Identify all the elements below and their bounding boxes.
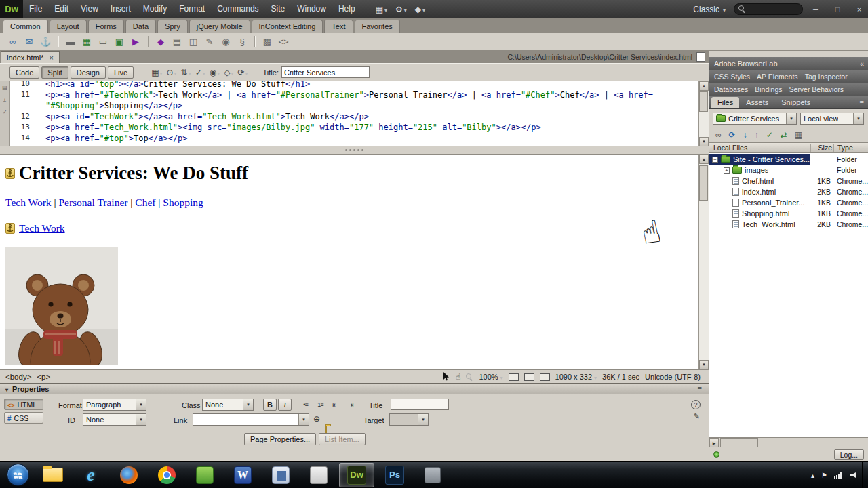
extend-dreamweaver-icon[interactable]: ⚙ <box>393 5 409 14</box>
title-attr-input[interactable] <box>391 399 449 410</box>
insert-tab-data[interactable]: Data <box>125 20 156 33</box>
tray-expand-icon[interactable]: ▴ <box>811 472 814 479</box>
select-tool-icon[interactable] <box>443 372 450 382</box>
windows-explorer[interactable] <box>35 463 71 487</box>
scroll-thumb[interactable] <box>699 165 708 201</box>
scroll-down-icon[interactable] <box>699 137 709 146</box>
search-box[interactable] <box>734 3 803 15</box>
file-status-icon[interactable] <box>696 52 705 62</box>
scroll-thumb[interactable] <box>699 92 708 112</box>
menu-window[interactable]: Window <box>291 0 332 18</box>
email-link-icon[interactable]: ✉ <box>22 35 37 48</box>
indent-icon[interactable] <box>343 399 357 411</box>
panel-tag-inspector[interactable]: Tag Inspector <box>805 73 848 81</box>
browserlab-panel[interactable]: Adobe BrowserLab <box>709 57 868 70</box>
collapse-tag-icon[interactable]: ± <box>3 97 6 103</box>
column-type[interactable]: Type <box>833 144 868 152</box>
expand-panel-icon[interactable]: ▦ <box>795 130 802 140</box>
expander-icon[interactable]: + <box>724 167 730 174</box>
code-editor[interactable]: <h1><a id="top"></a>Critter Services: We… <box>33 81 698 144</box>
split-view-button[interactable]: Split <box>41 66 68 79</box>
restore-button[interactable]: □ <box>829 3 846 16</box>
menu-help[interactable]: Help <box>332 0 361 18</box>
refresh-design-icon[interactable]: ⟳ <box>237 68 248 77</box>
chrome[interactable] <box>149 463 184 487</box>
horizontal-rule-icon[interactable]: ▬ <box>63 35 78 48</box>
utility-app[interactable] <box>415 463 450 487</box>
file-management-icon[interactable]: ⇅ <box>181 68 191 77</box>
search-input[interactable] <box>749 5 797 14</box>
named-anchor-marker-icon[interactable] <box>5 223 15 234</box>
design-view-button[interactable]: Design <box>71 66 106 79</box>
insert-tab-favorites[interactable]: Favorites <box>355 20 400 33</box>
zoom-level-select[interactable]: 100% <box>479 373 502 381</box>
show-desktop-button[interactable] <box>862 462 868 488</box>
insert-tab-spry[interactable]: Spry <box>157 20 188 33</box>
insert-tab-common[interactable]: Common <box>3 20 48 33</box>
panel-css-styles[interactable]: CSS Styles <box>714 73 750 81</box>
italic-button[interactable]: I <box>278 399 292 411</box>
tab-snippets[interactable]: Snippets <box>775 97 816 108</box>
file-row-images[interactable]: +imagesFolder <box>709 165 868 176</box>
format-select[interactable]: Paragraph <box>83 399 146 411</box>
code-view[interactable]: 1011 121314 <h1><a id="top"></a>Critter … <box>0 81 709 146</box>
split-view-divider[interactable] <box>0 146 709 155</box>
tab-assets[interactable]: Assets <box>740 97 774 108</box>
outdent-icon[interactable] <box>328 399 342 411</box>
window-size-preset-icon[interactable] <box>509 373 519 381</box>
visual-aids-icon[interactable]: ◇ <box>224 68 233 77</box>
w3c-validation-icon[interactable]: ✓ <box>195 68 205 77</box>
column-local-files[interactable]: Local Files <box>709 144 810 152</box>
insert-tab-jquery-mobile[interactable]: jQuery Mobile <box>189 20 250 33</box>
minimize-button[interactable]: ─ <box>807 3 825 16</box>
named-anchor-marker-icon[interactable] <box>5 168 15 179</box>
files-scrollbar[interactable] <box>709 437 868 448</box>
start-button[interactable] <box>3 462 33 488</box>
templates-icon[interactable]: ▩ <box>260 35 275 48</box>
insert-tab-text[interactable]: Text <box>324 20 353 33</box>
menu-view[interactable]: View <box>75 0 104 18</box>
insert-tab-incontext-editing[interactable]: InContext Editing <box>252 20 323 33</box>
bold-button[interactable]: B <box>263 399 277 411</box>
browser-compat-icon[interactable]: ◉ <box>210 68 220 77</box>
menu-site[interactable]: Site <box>265 0 292 18</box>
close-tab-icon[interactable]: × <box>49 54 53 62</box>
head-icon[interactable]: ◉ <box>218 35 233 48</box>
window-size-select[interactable]: 1090 x 332 <box>555 373 597 381</box>
site-select[interactable]: Critter Services <box>713 113 797 125</box>
tag-selector-body[interactable]: <body> <box>5 373 31 381</box>
action-center-icon[interactable]: ⚑ <box>821 472 827 479</box>
file-row-site-critter-services[interactable]: −Site - Critter Services...Folder <box>709 154 868 165</box>
word[interactable]: W <box>225 463 260 487</box>
volume-icon[interactable] <box>850 472 859 479</box>
scroll-down-icon[interactable] <box>699 360 709 369</box>
quick-tag-editor-icon[interactable] <box>694 412 700 421</box>
panel-server-behaviors[interactable]: Server Behaviors <box>789 85 844 94</box>
expander-icon[interactable]: − <box>712 157 718 163</box>
design-link-tech-work-section[interactable]: Tech Work <box>19 222 65 235</box>
design-link-shopping[interactable]: Shopping <box>163 197 203 209</box>
named-anchor-icon[interactable]: ⚓ <box>38 35 53 48</box>
insert-div-icon[interactable]: ▭ <box>96 35 111 48</box>
file-row-personal-trainer[interactable]: Personal_Trainer...1KBChrome... <box>709 197 868 208</box>
image-icon[interactable]: ▣ <box>112 35 127 48</box>
network-icon[interactable] <box>834 472 843 479</box>
file-row-tech-work-html[interactable]: Tech_Work.html2KBChrome... <box>709 219 868 230</box>
insert-tab-forms[interactable]: Forms <box>88 20 124 33</box>
connect-icon[interactable]: ∞ <box>715 130 722 140</box>
menu-commands[interactable]: Commands <box>211 0 264 18</box>
multiscreen-preview-icon[interactable]: ▦ <box>151 68 162 77</box>
dreamweaver[interactable]: Dw <box>339 463 374 487</box>
menu-file[interactable]: File <box>23 0 48 18</box>
file-row-chef-html[interactable]: Chef.html1KBChrome... <box>709 176 868 186</box>
table-icon[interactable]: ▦ <box>79 35 94 48</box>
menu-insert[interactable]: Insert <box>104 0 137 18</box>
document-tab[interactable]: index.html* × <box>1 51 60 63</box>
id-select[interactable]: None <box>83 413 146 426</box>
design-link-tech-work[interactable]: Tech Work <box>5 197 52 209</box>
window-size-preset-icon[interactable] <box>540 373 550 381</box>
link-combo[interactable] <box>193 413 309 426</box>
code-view-button[interactable]: Code <box>9 66 39 79</box>
server-include-icon[interactable]: ◫ <box>186 35 201 48</box>
get-files-icon[interactable]: ↓ <box>743 130 747 140</box>
